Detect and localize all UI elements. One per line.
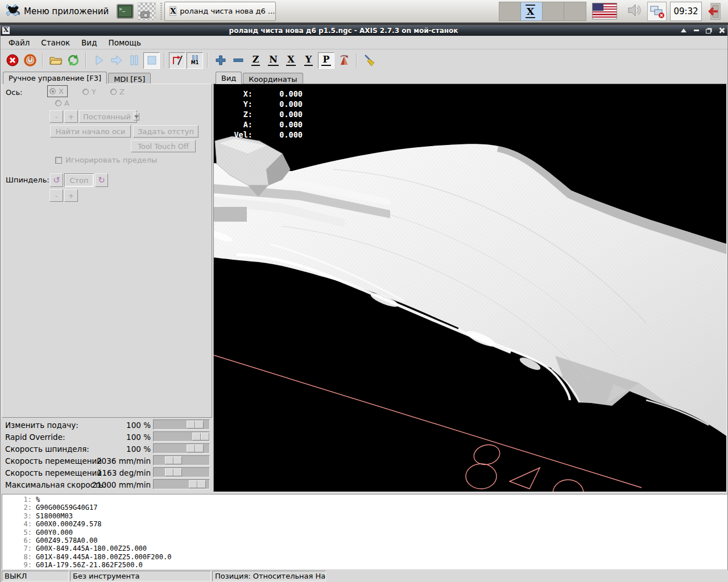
backplot-3d xyxy=(214,84,726,492)
minimize-button[interactable] xyxy=(690,26,702,35)
window-titlebar[interactable]: X роланд чиста нова д6 p1.5.ngc - AXIS 2… xyxy=(1,25,727,36)
zoom-in-button[interactable] xyxy=(212,52,229,69)
terminal-launcher-button[interactable]: >_ xyxy=(115,1,135,22)
tool-touch-off-button[interactable]: Tool Touch Off xyxy=(131,140,196,152)
jog-speed-row: Скорость перемещений 2036 mm/min xyxy=(2,455,212,467)
axis-radio-a[interactable]: A xyxy=(55,99,69,107)
view-x-button[interactable]: X xyxy=(283,52,299,69)
view-y-button[interactable]: Y xyxy=(300,52,317,69)
axis-radio-x[interactable]: X xyxy=(48,86,67,97)
xfce-mouse-icon xyxy=(6,3,20,19)
workspace-1[interactable] xyxy=(499,2,521,20)
angular-jog-speed-slider[interactable] xyxy=(153,467,210,477)
taskbar-window-button[interactable]: X роланд чиста нова д6 ... xyxy=(164,2,276,21)
jog-speed-slider[interactable] xyxy=(153,455,210,465)
open-file-button[interactable] xyxy=(47,52,64,69)
tab-preview[interactable]: Вид xyxy=(216,72,242,84)
axis-radio-z[interactable]: Z xyxy=(110,88,125,96)
spindle-override-slider[interactable] xyxy=(153,443,210,454)
reload-file-button[interactable] xyxy=(65,52,81,69)
gcode-listing[interactable]: 1:% 2:G90G00G59G40G17 3:S18000M03 4:G00X… xyxy=(2,494,727,569)
clock[interactable]: 09:32 xyxy=(670,2,702,21)
feed-override-slider[interactable] xyxy=(153,419,210,430)
ignore-limits-checkbox[interactable]: Игнорировать пределы xyxy=(55,156,157,164)
workspace-4[interactable] xyxy=(564,2,586,20)
dro-y: Y:0.000 xyxy=(220,99,303,109)
view-z-rotated-button[interactable]: N xyxy=(265,52,282,69)
toolpath-preview[interactable]: X:0.000 Y:0.000 Z:0.000 A:0.000 Vel:0.00… xyxy=(213,84,727,492)
spindle-cw-button[interactable]: ↻ xyxy=(95,173,108,187)
menu-file[interactable]: Файл xyxy=(3,36,35,49)
stop-button[interactable] xyxy=(143,52,160,69)
clear-plot-button[interactable] xyxy=(361,52,378,69)
run-program-button[interactable] xyxy=(90,52,107,69)
run-step-button[interactable] xyxy=(108,52,125,69)
menu-machine[interactable]: Станок xyxy=(35,36,76,49)
pause-button[interactable] xyxy=(126,52,142,69)
home-axis-button[interactable]: Найти начало оси xyxy=(50,125,131,138)
menu-view[interactable]: Вид xyxy=(76,36,102,49)
axis-task-icon: X xyxy=(169,6,176,16)
screenshot-icon xyxy=(138,2,156,20)
tab-dro[interactable]: Координаты xyxy=(243,73,303,84)
jog-minus-button[interactable]: - xyxy=(49,110,63,123)
close-icon xyxy=(718,27,725,34)
slider-handle[interactable] xyxy=(165,468,182,476)
status-filler xyxy=(327,571,727,581)
estop-button[interactable] xyxy=(4,52,20,69)
right-notebook-tabs: Вид Координаты xyxy=(216,72,304,84)
set-offset-button[interactable]: Задать отступ xyxy=(133,125,198,138)
minimize-icon xyxy=(694,30,699,31)
view-z-button[interactable]: Z xyxy=(247,52,264,69)
slider-handle[interactable] xyxy=(165,456,182,464)
status-position-mode: Позиция: Относительная Настоящая xyxy=(212,571,326,581)
close-button[interactable] xyxy=(715,26,727,35)
tab-manual-control[interactable]: Ручное управление [F3] xyxy=(3,72,107,84)
skip-lines-toggle[interactable] xyxy=(169,52,185,69)
max-velocity-slider[interactable] xyxy=(153,479,210,489)
axis-window: X роланд чиста нова д6 p1.5.ngc - AXIS 2… xyxy=(0,25,728,582)
workspace-3[interactable] xyxy=(543,2,564,20)
clear-plot-broom-icon xyxy=(363,53,377,67)
network-status-icon[interactable] xyxy=(647,2,667,21)
toolbar-separator xyxy=(164,53,165,68)
logout-button[interactable] xyxy=(705,2,725,21)
zoom-out-icon xyxy=(231,53,245,67)
slider-handle[interactable] xyxy=(187,444,204,452)
screenshot-launcher-button[interactable] xyxy=(136,1,157,22)
gcode-line: 7:G00X-849.445A-180.00Z25.000 xyxy=(2,544,727,552)
dro-readout: X:0.000 Y:0.000 Z:0.000 A:0.000 Vel:0.00… xyxy=(220,89,303,140)
view-x-icon: X xyxy=(286,55,295,66)
spindle-plus-button[interactable]: + xyxy=(64,189,78,202)
machine-power-button[interactable] xyxy=(22,52,38,69)
tab-mdi[interactable]: MDI [F5] xyxy=(108,73,151,84)
menu-help[interactable]: Помощь xyxy=(102,36,147,49)
spindle-stop-button[interactable]: Стоп xyxy=(64,173,94,187)
keyboard-layout-us-flag[interactable] xyxy=(592,3,617,19)
volume-icon[interactable] xyxy=(626,2,642,20)
optional-pause-toggle[interactable]: M1 xyxy=(187,52,203,69)
spindle-minus-button[interactable]: - xyxy=(49,189,63,202)
slider-handle[interactable] xyxy=(192,433,209,440)
tasklist-grip[interactable] xyxy=(159,3,163,20)
rapid-override-row: Rapid Override: 100 % xyxy=(2,431,212,443)
axis-radio-y[interactable]: Y xyxy=(82,88,96,96)
jog-plus-button[interactable]: + xyxy=(64,110,78,123)
maximize-button[interactable] xyxy=(702,26,715,35)
run-icon xyxy=(92,53,106,67)
applications-menu-button[interactable]: Меню приложений xyxy=(0,1,114,22)
shade-button[interactable] xyxy=(677,26,690,35)
slider-handle[interactable] xyxy=(187,421,204,429)
manual-control-panel: Ось: X Y Z A - + Постоянный Найти начало… xyxy=(2,84,212,418)
view-perspective-button[interactable]: P xyxy=(318,52,334,69)
gcode-line: 5:G00Y0.000 xyxy=(2,529,727,537)
zoom-out-button[interactable] xyxy=(230,52,246,69)
workspace-2-active[interactable]: X xyxy=(521,2,543,20)
m1-icon: M1 xyxy=(191,55,199,65)
gcode-line: 3:S18000M03 xyxy=(2,512,727,520)
jog-increment-dropdown[interactable]: Постоянный xyxy=(79,110,137,123)
rotate-view-button[interactable] xyxy=(336,52,352,69)
rapid-override-slider[interactable] xyxy=(153,431,210,442)
slider-handle[interactable] xyxy=(189,480,206,488)
spindle-ccw-button[interactable]: ↺ xyxy=(50,173,63,187)
